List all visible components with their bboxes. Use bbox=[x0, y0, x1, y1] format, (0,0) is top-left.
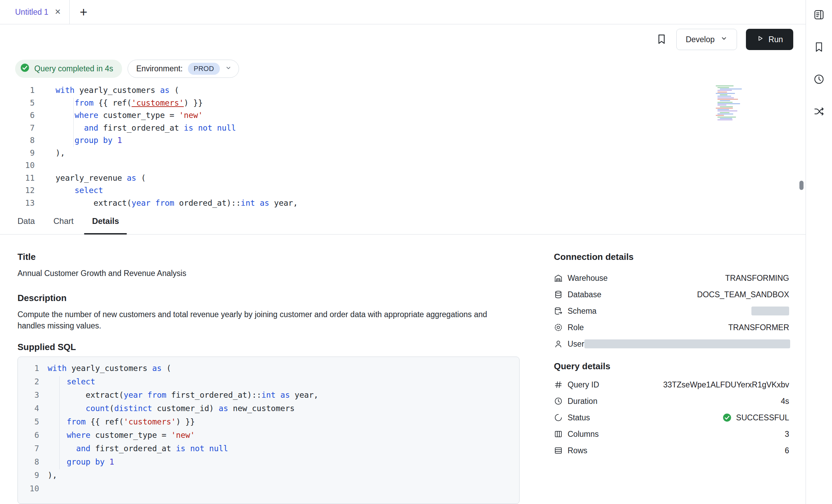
lineage-button[interactable] bbox=[811, 104, 827, 120]
duration-icon bbox=[554, 397, 563, 406]
detail-value: SUCCESSFUL bbox=[722, 413, 789, 422]
detail-label: User bbox=[554, 339, 584, 349]
tab-untitled-1[interactable]: Untitled 1 ✕ bbox=[7, 0, 70, 24]
code-line: 9), bbox=[0, 147, 806, 159]
code-line: 8 group by 1 bbox=[0, 134, 806, 147]
detail-label: Status bbox=[554, 413, 590, 422]
line-number: 5 bbox=[23, 415, 39, 429]
code-line: 10 bbox=[23, 482, 512, 495]
develop-dropdown[interactable]: Develop bbox=[676, 29, 737, 50]
detail-value-text: DOCS_TEAM_SANDBOX bbox=[697, 290, 789, 299]
detail-label-text: Columns bbox=[568, 430, 599, 439]
sql-editor[interactable]: 1with yearly_customers as (5 from {{ ref… bbox=[0, 83, 806, 208]
tab-details-label: Details bbox=[92, 216, 119, 226]
environment-selector[interactable]: Environment: PROD bbox=[128, 60, 239, 78]
app-window: Untitled 1 ✕ + Develop Run Query complet… bbox=[0, 0, 832, 504]
query-rows: Query ID33TZseWpe1ALFDUYerxR1gVKxbvDurat… bbox=[554, 376, 789, 459]
code-line: 11yearly_revenue as ( bbox=[0, 172, 806, 184]
code-line: 1with yearly_customers as ( bbox=[0, 84, 806, 97]
run-button[interactable]: Run bbox=[746, 29, 793, 50]
line-number: 1 bbox=[0, 84, 35, 97]
detail-label-text: Status bbox=[568, 413, 590, 422]
role-icon bbox=[554, 323, 563, 332]
environment-badge: PROD bbox=[188, 63, 220, 75]
line-number: 9 bbox=[0, 147, 35, 159]
new-tab-button[interactable]: + bbox=[80, 5, 87, 19]
database-icon bbox=[554, 290, 563, 299]
detail-value-text: 3 bbox=[785, 430, 789, 439]
code-line: 7 and first_ordered_at is not null bbox=[0, 122, 806, 134]
description-value: Compute the number of new customers and … bbox=[17, 309, 491, 332]
detail-value: 33TZseWpe1ALFDUYerxR1gVKxbv bbox=[663, 380, 789, 389]
line-number: 7 bbox=[0, 122, 35, 134]
code-line: 9), bbox=[23, 469, 512, 482]
line-number: 10 bbox=[0, 159, 35, 172]
line-number: 12 bbox=[0, 184, 35, 197]
line-number: 1 bbox=[23, 362, 39, 375]
code-line: 7 and first_ordered_at is not null bbox=[23, 442, 512, 455]
results-tabbar: Data Chart Details bbox=[0, 208, 806, 235]
minimap[interactable] bbox=[716, 85, 755, 121]
line-number: 6 bbox=[23, 429, 39, 442]
detail-label: Warehouse bbox=[554, 274, 608, 283]
editor-scrollbar[interactable] bbox=[799, 181, 804, 190]
check-icon bbox=[722, 413, 732, 422]
connection-details-heading: Connection details bbox=[554, 252, 789, 262]
detail-row: Rows6 bbox=[554, 442, 789, 459]
detail-row: Duration4s bbox=[554, 393, 789, 409]
detail-value-text: 6 bbox=[785, 446, 789, 455]
detail-row: Columns3 bbox=[554, 426, 789, 442]
detail-value: TRANSFORMER bbox=[728, 323, 789, 332]
warehouse-icon bbox=[554, 274, 563, 283]
schema-icon bbox=[554, 307, 563, 315]
tab-chart-label: Chart bbox=[54, 216, 74, 226]
chevron-down-icon bbox=[720, 35, 728, 44]
line-number: 3 bbox=[23, 388, 39, 402]
code-line: 1with yearly_customers as ( bbox=[23, 362, 512, 375]
query-details-heading: Query details bbox=[554, 361, 789, 372]
detail-value-text: TRANSFORMING bbox=[725, 274, 789, 283]
supplied-sql-block: 1with yearly_customers as (2 select3 ext… bbox=[17, 357, 520, 504]
detail-label-text: Duration bbox=[568, 397, 597, 406]
query-list-icon bbox=[813, 9, 825, 22]
close-tab-icon[interactable]: ✕ bbox=[55, 8, 61, 16]
detail-value-text: 4s bbox=[781, 397, 789, 406]
redacted-value bbox=[751, 307, 789, 315]
history-button[interactable] bbox=[811, 71, 827, 88]
detail-label: Rows bbox=[554, 446, 587, 455]
query-list-button[interactable] bbox=[811, 7, 827, 23]
detail-label: Role bbox=[554, 323, 584, 332]
line-number: 7 bbox=[23, 442, 39, 455]
bookmarks-button[interactable] bbox=[811, 39, 827, 56]
tab-chart[interactable]: Chart bbox=[46, 208, 82, 234]
tab-label: Untitled 1 bbox=[15, 8, 48, 17]
code-line: 5 from {{ ref('customers') }} bbox=[23, 415, 512, 429]
editor-tabbar: Untitled 1 ✕ + bbox=[0, 0, 806, 24]
detail-row: Schema bbox=[554, 303, 789, 319]
line-number: 11 bbox=[0, 172, 35, 184]
plus-icon: + bbox=[80, 5, 87, 19]
chevron-down-icon bbox=[225, 64, 232, 73]
detail-label: Query ID bbox=[554, 380, 599, 389]
detail-row: RoleTRANSFORMER bbox=[554, 319, 789, 336]
details-panel: Title Annual Customer Growth and Revenue… bbox=[0, 235, 806, 504]
code-line: 2 select bbox=[23, 375, 512, 388]
code-line: 12 select bbox=[0, 184, 806, 197]
code-line: 5 from {{ ref('customers') }} bbox=[0, 97, 806, 109]
detail-row: User bbox=[554, 336, 789, 352]
detail-value: 3 bbox=[785, 430, 789, 439]
environment-label: Environment: bbox=[136, 64, 183, 73]
code-line: 13 extract(year from ordered_at)::int as… bbox=[0, 197, 806, 209]
develop-label: Develop bbox=[686, 35, 714, 44]
bookmark-icon bbox=[813, 41, 825, 54]
detail-value: DOCS_TEAM_SANDBOX bbox=[697, 290, 789, 299]
indent-guide bbox=[73, 98, 74, 147]
bookmark-button[interactable] bbox=[656, 33, 667, 46]
detail-row: StatusSUCCESSFUL bbox=[554, 409, 789, 426]
title-value: Annual Customer Growth and Revenue Analy… bbox=[17, 268, 520, 279]
tab-details[interactable]: Details bbox=[84, 208, 127, 234]
user-icon bbox=[554, 339, 563, 348]
line-number: 5 bbox=[0, 97, 35, 109]
tab-data[interactable]: Data bbox=[10, 208, 43, 234]
supplied-sql-lines: 1with yearly_customers as (2 select3 ext… bbox=[23, 362, 512, 495]
